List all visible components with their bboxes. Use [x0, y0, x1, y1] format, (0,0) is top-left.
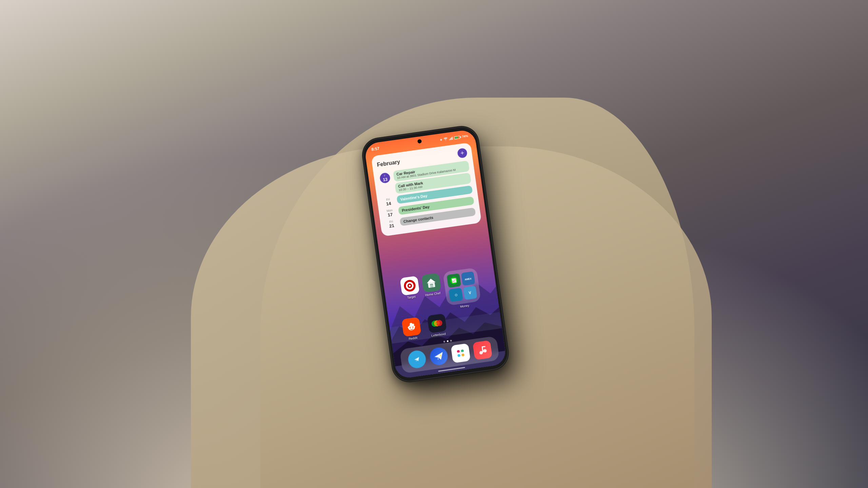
reddit-app-icon — [401, 317, 421, 337]
battery-percent: 74% — [462, 134, 468, 138]
day-indicator-17: Mon 17 — [383, 207, 396, 218]
day-indicator-14: Fri 14 — [382, 196, 395, 207]
music-icon — [472, 340, 492, 360]
battery-indicator: 74% — [454, 134, 468, 140]
target-app-icon — [400, 276, 420, 296]
svg-rect-47 — [481, 346, 485, 348]
money-folder-label: Money — [460, 304, 469, 308]
bluetooth-icon: ✦ — [439, 138, 442, 142]
app-reddit[interactable]: Reddit — [401, 317, 422, 341]
app-target[interactable]: Target — [400, 276, 422, 316]
folder-venmo: V — [463, 286, 477, 300]
svg-text:⬡: ⬡ — [454, 293, 457, 297]
day-circle-13: T 13 — [379, 172, 391, 184]
dock-telegram[interactable] — [407, 349, 427, 369]
dock-apple-music[interactable] — [472, 340, 492, 360]
page-dot-1 — [443, 341, 446, 343]
day-indicator-13: T 13 — [378, 171, 392, 184]
reddit-app-label: Reddit — [409, 336, 418, 341]
page-dot-3 — [450, 340, 452, 342]
home-chef-app-label: Home Chef — [425, 291, 440, 297]
app-money-folder[interactable]: 📈 AMEX — [443, 267, 482, 310]
letterboxd-app-label: Letterboxd — [431, 332, 446, 338]
calendar-widget[interactable]: February + T 13 Car Repair 10 AM a — [371, 142, 481, 237]
wifi-icon — [443, 137, 448, 141]
svg-rect-41 — [461, 353, 464, 357]
telegram-icon — [407, 349, 427, 369]
app-letterboxd[interactable]: Letterboxd — [427, 313, 448, 338]
spark-icon — [429, 346, 449, 366]
add-event-button[interactable]: + — [457, 148, 468, 159]
folder-amex: AMEX — [461, 271, 475, 286]
day-indicator-21: Fri 21 — [385, 219, 398, 229]
folder-robinhood: 📈 — [447, 273, 461, 288]
slack-icon — [451, 343, 471, 363]
home-chef-app-icon — [421, 273, 441, 293]
widget-month: February — [377, 159, 400, 168]
day-number-21: 21 — [389, 223, 394, 229]
svg-point-45 — [483, 349, 487, 353]
target-app-label: Target — [407, 295, 416, 299]
status-icons: ✦ — [439, 134, 469, 142]
page-dot-2 — [447, 340, 449, 342]
day-number-13: 13 — [383, 177, 388, 182]
dock-spark[interactable] — [429, 346, 449, 366]
day-number-14: 14 — [386, 201, 391, 207]
signal-icon — [449, 137, 453, 140]
folder-chase: ⬡ — [449, 288, 463, 302]
letterboxd-app-icon — [427, 313, 447, 333]
dock-slack[interactable] — [451, 343, 471, 363]
app-home-chef[interactable]: Home Chef — [421, 273, 444, 313]
status-time: 8:57 — [371, 146, 380, 152]
svg-rect-39 — [457, 354, 460, 357]
day-number-17: 17 — [388, 212, 393, 218]
svg-text:📈: 📈 — [451, 278, 457, 283]
money-folder-icon: 📈 AMEX — [443, 267, 481, 306]
